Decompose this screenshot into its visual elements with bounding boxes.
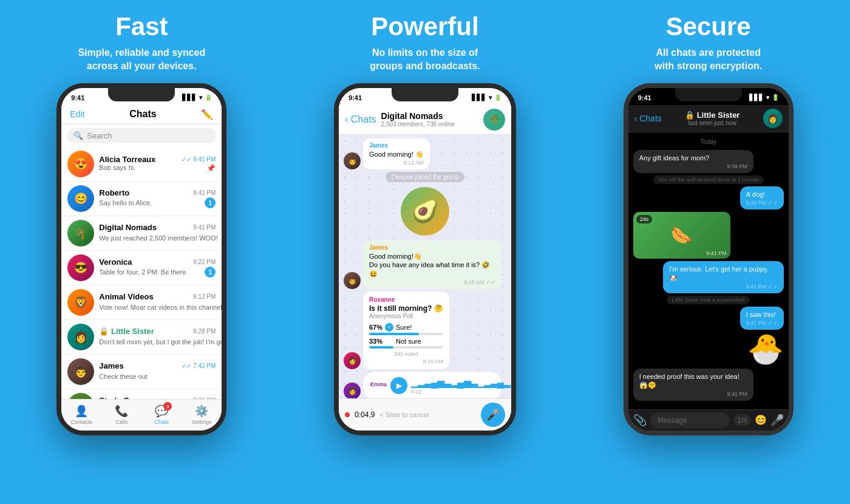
chat-msg-digital-nomads: We just reached 2,500 members! WOO! bbox=[99, 234, 217, 242]
avatar-veronica: 😎 bbox=[67, 254, 94, 281]
chat-item-roberto[interactable]: 😊 Roberto 9:41 PM Say hello to Alice. 1 bbox=[61, 182, 222, 216]
poll-label-sure: Sure! bbox=[396, 324, 412, 331]
poll-votes: 345 voted bbox=[369, 351, 443, 357]
edit-button[interactable]: Edit bbox=[70, 109, 84, 119]
recording-time: 0:04,9 bbox=[355, 410, 375, 419]
poll-bar-sure bbox=[369, 333, 443, 335]
powerful-subtitle: No limits on the size ofgroups and broad… bbox=[370, 46, 480, 73]
chat-msg-animal-videos: Vote now! Moar cat videos in this channe… bbox=[99, 304, 222, 311]
poll-question: Is it still morning? 🤔 bbox=[369, 304, 443, 313]
time-james-1: 8:12 AM bbox=[369, 160, 424, 166]
avatar-emma: 👩 bbox=[344, 383, 361, 400]
sender-james-2: James bbox=[369, 244, 495, 251]
search-icon: 🔍 bbox=[73, 131, 83, 140]
back-button-group[interactable]: ‹ Chats bbox=[345, 114, 376, 125]
chat-info-veronica: Veronica 9:22 PM Table for four, 2 PM. B… bbox=[99, 257, 216, 278]
search-bar[interactable]: 🔍 Search bbox=[67, 128, 216, 143]
chat-item-veronica[interactable]: 😎 Veronica 9:22 PM Table for four, 2 PM.… bbox=[61, 251, 222, 285]
chat-info-digital-nomads: Digital Nomads 9:41 PM We just reached 2… bbox=[99, 223, 216, 243]
phone-chats: 9:41 ▋▋▋ ▾ 🔋 Edit Chats ✏️ 🔍 Search 😍 bbox=[56, 83, 226, 435]
time-poll: 8:16 AM bbox=[369, 358, 443, 364]
nav-contacts[interactable]: 👤 Contacts bbox=[61, 404, 101, 425]
chat-info-little-sister: 🔒 Little Sister 8:28 PM Don't tell mom y… bbox=[99, 327, 216, 347]
text-i-saw-this: I saw this! bbox=[746, 310, 778, 319]
chat-msg-alicia: Bob says hi. bbox=[99, 164, 135, 172]
poll-option-sure[interactable]: 67% ✓ Sure! bbox=[369, 323, 443, 335]
chat-item-animal-videos[interactable]: 🦁 Animal Videos 9:12 PM Vote now! Moar c… bbox=[61, 285, 222, 320]
back-button-secret[interactable]: ‹ Chats bbox=[634, 114, 662, 123]
text-serious: I'm serious. Let's get her a puppy. 🐶 bbox=[669, 265, 777, 282]
sticker-cry: 🐣 bbox=[747, 332, 784, 366]
message-input[interactable]: Message bbox=[650, 412, 730, 428]
chat-msg-james: Check these out bbox=[99, 373, 148, 380]
msg-audio: 👩 Emma ▶ ▁▂▃▄▅▃▂▄▅▃▁▂▃▄▂ 0:22 bbox=[344, 372, 506, 400]
attach-icon[interactable]: 📎 bbox=[633, 414, 647, 427]
chat-info-animal-videos: Animal Videos 9:12 PM Vote now! Moar cat… bbox=[99, 292, 216, 312]
message-placeholder: Message bbox=[658, 416, 687, 424]
avatar-roberto: 😊 bbox=[67, 185, 94, 212]
mic-icon-dark[interactable]: 🎤 bbox=[770, 414, 784, 427]
chat-item-alicia[interactable]: 😍 Alicia Torreaux ✓✓ 9:41 PM Bob says hi… bbox=[61, 147, 222, 182]
settings-icon: ⚙️ bbox=[195, 404, 208, 418]
text-james-2: Good morning!👋Do you have any idea what … bbox=[369, 252, 495, 278]
msg-james-2: 👨 James Good morning!👋Do you have any id… bbox=[344, 240, 506, 289]
time-3: 9:41 bbox=[638, 94, 651, 101]
compose-icon[interactable]: ✏️ bbox=[201, 109, 213, 120]
nav-label-chats: Chats bbox=[155, 419, 169, 425]
nav-calls[interactable]: 📞 Calls bbox=[101, 404, 141, 425]
audio-bubble: Emma ▶ ▁▂▃▄▅▃▂▄▅▃▁▂▃▄▂ 0:22 8:17 AM bbox=[363, 372, 501, 400]
chat-msg-roberto: Say hello to Alice. bbox=[99, 199, 152, 206]
badge-roberto: 1 bbox=[205, 197, 216, 208]
avatar-little-sister-chat: 👩 bbox=[763, 109, 783, 128]
chat-msg-little-sister: Don't tell mom yet, but I got the job! I… bbox=[99, 338, 222, 346]
chats-header: Edit Chats ✏️ bbox=[61, 105, 222, 124]
poll-bar-fill-sure bbox=[369, 333, 419, 335]
poll-check-sure: ✓ bbox=[385, 323, 393, 332]
sticker-avocado: 🥑 bbox=[401, 187, 449, 236]
time-serious: 9:41 PM ✓✓ bbox=[669, 284, 777, 290]
date-label-today: Today bbox=[700, 138, 716, 145]
chat-name-digital-nomads: Digital Nomads bbox=[99, 223, 157, 232]
play-button[interactable]: ▶ bbox=[390, 377, 407, 394]
msg-poll: 👩 Roxanne Is it still morning? 🤔 Anonymo… bbox=[344, 291, 506, 369]
time-a-dog: 9:40 PM ✓✓ bbox=[746, 200, 778, 206]
column-secure: Secure All chats are protectedwith stron… bbox=[566, 0, 850, 504]
phone-group-chat: 9:41 ▋▋▋ ▾ 🔋 ‹ Chats Digital Nomads 2,50… bbox=[334, 83, 516, 435]
audio-waveform: ▁▂▃▄▅▃▂▄▅▃▁▂▃▄▂ bbox=[411, 376, 510, 389]
dark-input-bar: 📎 Message 1m 😊 🎤 bbox=[628, 409, 789, 431]
bottom-nav: 👤 Contacts 📞 Calls 💬 3 Chats ⚙️ Setti bbox=[61, 399, 222, 431]
notch-3 bbox=[675, 88, 742, 101]
pin-icon-alicia: 📌 bbox=[206, 164, 216, 172]
powerful-title: Powerful bbox=[371, 12, 478, 41]
column-fast: Fast Simple, reliable and syncedacross a… bbox=[0, 0, 284, 504]
chat-name-little-sister: 🔒 Little Sister bbox=[99, 327, 154, 336]
chat-time-animal-videos: 9:12 PM bbox=[193, 293, 216, 300]
nav-settings[interactable]: ⚙️ Settings bbox=[182, 404, 222, 425]
avatar-james-chat: 👨 bbox=[344, 152, 361, 169]
poll-pct-sure: 67% bbox=[369, 324, 382, 331]
nav-label-contacts: Contacts bbox=[71, 419, 93, 425]
chat-item-little-sister[interactable]: 👩 🔒 Little Sister 8:28 PM Don't tell mom… bbox=[61, 320, 222, 355]
timer-label: 1m bbox=[733, 414, 751, 426]
mic-button[interactable]: 🎤 bbox=[481, 403, 505, 427]
group-messages: 👨 James Good morning! 👋 8:12 AM Dwayne j… bbox=[339, 135, 511, 412]
nav-label-calls: Calls bbox=[115, 419, 127, 425]
dark-messages: Today Any gift ideas for mom? 9:39 PM Yo… bbox=[628, 132, 789, 404]
hotdog-emoji: 🌭 bbox=[671, 225, 692, 245]
nav-label-settings: Settings bbox=[192, 419, 212, 425]
screen-3: ‹ Chats 🔒 Little Sister last seen just n… bbox=[628, 105, 789, 431]
calls-icon: 📞 bbox=[115, 404, 128, 418]
self-destruct-image: 🌭 24s 9:41 PM bbox=[633, 212, 730, 259]
poll-option-notsure[interactable]: 33% Not sure bbox=[369, 338, 443, 349]
chat-info-alicia: Alicia Torreaux ✓✓ 9:41 PM Bob says hi. … bbox=[99, 155, 216, 172]
sticker-icon[interactable]: 😊 bbox=[755, 414, 767, 426]
chat-item-james[interactable]: 👨 James ✓✓ 7:42 PM Check these out bbox=[61, 355, 222, 389]
poll-bar-notsure bbox=[369, 346, 443, 349]
poll-bar-fill-notsure bbox=[369, 346, 393, 349]
avatar-digital-nomads: 🌴 bbox=[67, 220, 94, 247]
chat-info-james: James ✓✓ 7:42 PM Check these out bbox=[99, 361, 216, 381]
nav-chats[interactable]: 💬 3 Chats bbox=[141, 404, 182, 425]
group-avatar: 🌴 bbox=[483, 109, 505, 131]
chat-item-digital-nomads[interactable]: 🌴 Digital Nomads 9:41 PM We just reached… bbox=[61, 216, 222, 251]
text-gift-ideas: Any gift ideas for mom? bbox=[639, 154, 747, 162]
